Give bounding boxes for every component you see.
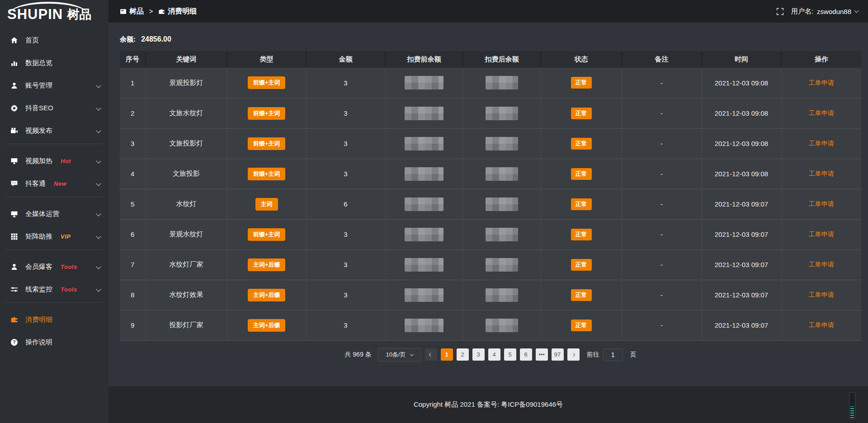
- username-value: zswodun88: [817, 8, 851, 15]
- ticket-apply-link[interactable]: 工单申请: [809, 230, 834, 238]
- chat-bubble-icon: [10, 179, 18, 188]
- censored-value: [405, 319, 443, 332]
- sidebar-item-member-baoke[interactable]: 会员爆客 Tools: [0, 257, 108, 276]
- ticket-apply-link[interactable]: 工单申请: [809, 79, 834, 86]
- sidebar-item-label: 操作说明: [25, 338, 52, 347]
- header-type: 类型: [227, 51, 306, 68]
- cell-remark: -: [622, 280, 702, 310]
- status-badge: 正常: [571, 320, 592, 331]
- ticket-apply-link[interactable]: 工单申请: [809, 170, 834, 177]
- hot-tag: Hot: [61, 158, 71, 164]
- page-button-3[interactable]: 3: [472, 348, 485, 361]
- table-row: 2 文旅水纹灯 前缀+主词 3 正常 - 2021-12-03 09:08 工单…: [120, 98, 861, 128]
- cell-status: 正常: [541, 280, 622, 310]
- page-button-1[interactable]: 1: [441, 348, 453, 361]
- sidebar-divider: [5, 249, 103, 250]
- cell-keyword: 景观投影灯: [146, 68, 227, 98]
- cell-balance-before: [385, 98, 463, 128]
- sidebar-item-douyin-seo[interactable]: 抖音SEO: [0, 99, 108, 118]
- censored-value: [405, 76, 443, 89]
- sidebar-menu: 首页 数据总览 账号管理 抖音SEO 视频发布: [0, 26, 108, 352]
- sidebar-divider: [5, 144, 103, 144]
- cell-amount: 3: [306, 249, 385, 280]
- cell-action: 工单申请: [781, 68, 861, 98]
- status-badge: 正常: [571, 289, 592, 301]
- sidebar-item-instructions[interactable]: ? 操作说明: [0, 333, 108, 352]
- prev-page-button[interactable]: [425, 348, 437, 361]
- ticket-apply-link[interactable]: 工单申请: [809, 109, 834, 117]
- fullscreen-icon[interactable]: [776, 8, 784, 15]
- page-button-2[interactable]: 2: [457, 348, 469, 361]
- cell-type: 前缀+主词: [227, 219, 306, 249]
- ticket-apply-link[interactable]: 工单申请: [809, 321, 834, 329]
- header-action: 操作: [781, 51, 861, 68]
- cell-balance-before: [385, 249, 463, 280]
- sidebar-item-clue-monitoring[interactable]: 线索监控 Tools: [0, 280, 108, 299]
- sidebar-item-consumption-details[interactable]: 消费明细: [0, 310, 108, 329]
- page-button-97[interactable]: 97: [552, 348, 564, 361]
- chevron-down-icon: [96, 287, 101, 291]
- cell-time: 2021-12-03 09:08: [702, 98, 781, 128]
- chevron-down-icon: [96, 181, 101, 186]
- type-badge: 前缀+主词: [248, 137, 286, 150]
- chevron-down-icon: [854, 9, 859, 13]
- table-row: 4 文旅投影 前缀+主词 3 正常 - 2021-12-03 09:08 工单申…: [120, 159, 861, 189]
- sidebar-item-video-heating[interactable]: 视频加热 Hot: [0, 151, 108, 170]
- sidebar-divider: [5, 302, 103, 303]
- ticket-apply-link[interactable]: 工单申请: [809, 140, 834, 147]
- next-page-button[interactable]: [567, 348, 580, 361]
- censored-value: [405, 107, 443, 120]
- header-balance-after: 扣费后余额: [463, 51, 541, 68]
- ticket-apply-link[interactable]: 工单申请: [809, 291, 834, 298]
- cell-balance-before: [385, 68, 463, 98]
- chevron-right-icon: [571, 352, 575, 356]
- table-row: 8 水纹灯效果 主词+后缀 3 正常 - 2021-12-03 09:07 工单…: [120, 280, 861, 310]
- cell-balance-after: [463, 310, 541, 340]
- breadcrumb-current: 消费明细: [168, 7, 197, 16]
- page-size-select[interactable]: 10条/页: [378, 348, 421, 362]
- pagination: 共 969 条 10条/页 1 2 3 4 5 6 ••• 97 前往 页: [120, 348, 861, 362]
- censored-value: [486, 76, 518, 89]
- sliders-icon: [10, 285, 18, 293]
- chevron-down-icon: [96, 211, 101, 216]
- cell-time: 2021-12-03 09:08: [702, 128, 781, 159]
- user-menu[interactable]: 用户名: zswodun88: [791, 7, 858, 16]
- sidebar-item-video-publish[interactable]: 视频发布: [0, 121, 108, 140]
- main-pane: 树品 > 消费明细 用户名: zswodun88 余额: 24856.00: [108, 0, 868, 423]
- page-ellipsis-button[interactable]: •••: [536, 348, 548, 361]
- sidebar-item-account-management[interactable]: 账号管理: [0, 76, 108, 95]
- cell-amount: 3: [306, 280, 385, 310]
- sidebar-item-douketong[interactable]: 抖客通 New: [0, 174, 108, 193]
- type-badge: 前缀+主词: [248, 76, 286, 89]
- page-button-4[interactable]: 4: [488, 348, 500, 361]
- sidebar-item-label: 消费明细: [25, 315, 52, 324]
- sidebar-item-matrix-boost[interactable]: 矩阵助推 VIP: [0, 227, 108, 246]
- header-amount: 金额: [306, 51, 385, 68]
- sidebar-item-home[interactable]: 首页: [0, 31, 108, 50]
- censored-value: [405, 167, 443, 181]
- balance-label: 余额:: [120, 35, 136, 43]
- ticket-apply-link[interactable]: 工单申请: [809, 200, 834, 207]
- cell-index: 3: [120, 128, 146, 159]
- breadcrumb: 树品 > 消费明细: [120, 7, 197, 16]
- breadcrumb-home[interactable]: 树品: [129, 7, 144, 16]
- page-button-6[interactable]: 6: [520, 348, 532, 361]
- sidebar-item-data-overview[interactable]: 数据总览: [0, 53, 108, 72]
- status-badge: 正常: [571, 229, 592, 240]
- cell-status: 正常: [541, 310, 622, 340]
- table-row: 5 水纹灯 主词 6 正常 - 2021-12-03 09:07 工单申请: [120, 189, 861, 219]
- sidebar-item-all-media-operation[interactable]: 全媒体运营: [0, 204, 108, 223]
- page-button-5[interactable]: 5: [504, 348, 516, 361]
- censored-value: [405, 288, 443, 302]
- censored-value: [486, 258, 518, 272]
- ticket-apply-link[interactable]: 工单申请: [809, 261, 834, 268]
- jump-page-input[interactable]: [603, 348, 623, 361]
- jump-prefix-label: 前往: [587, 351, 599, 359]
- svg-text:?: ?: [13, 340, 15, 345]
- cell-amount: 3: [306, 310, 385, 340]
- content-area: 余额: 24856.00 序号 关键词 类型 金额 扣费前余额 扣费: [108, 23, 868, 386]
- cell-amount: 3: [306, 219, 385, 249]
- cell-status: 正常: [541, 249, 622, 280]
- table-row: 9 投影灯厂家 主词+后缀 3 正常 - 2021-12-03 09:07 工单…: [120, 310, 861, 340]
- table-row: 1 景观投影灯 前缀+主词 3 正常 - 2021-12-03 09:08 工单…: [120, 68, 861, 98]
